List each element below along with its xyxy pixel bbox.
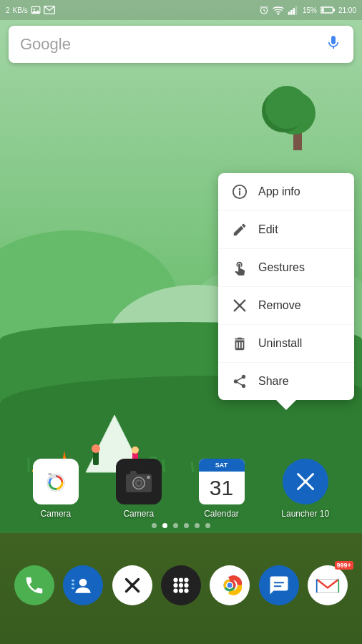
app-camera2[interactable]: Camera xyxy=(116,459,162,519)
svg-point-19 xyxy=(33,9,34,10)
page-dots xyxy=(0,523,362,528)
menu-label-share: Share xyxy=(258,375,289,388)
svg-rect-29 xyxy=(333,9,335,11)
messages-icon xyxy=(268,575,290,596)
dock-chrome[interactable] xyxy=(210,565,250,605)
x-launcher-icon xyxy=(120,573,145,597)
search-bar[interactable]: Google xyxy=(9,26,353,63)
dock-gmail[interactable]: 999+ xyxy=(308,565,348,605)
uninstall-icon xyxy=(230,333,250,353)
menu-label-remove: Remove xyxy=(258,299,301,312)
app-grid: Camera Camera SAT 31 Calendar xyxy=(0,459,362,519)
chrome-icon xyxy=(217,573,242,597)
alarm-icon xyxy=(259,5,269,15)
signal-icon xyxy=(288,5,299,15)
menu-item-uninstall[interactable]: Uninstall xyxy=(218,325,354,363)
svg-rect-46 xyxy=(130,471,137,475)
svg-point-62 xyxy=(173,582,177,587)
share-icon xyxy=(230,371,250,391)
svg-point-52 xyxy=(79,578,87,586)
menu-label-gestures: Gestures xyxy=(258,261,305,274)
battery-icon xyxy=(321,6,335,14)
status-bar: 2 KB/s xyxy=(0,0,362,20)
svg-point-73 xyxy=(228,582,233,587)
remove-icon xyxy=(230,296,250,316)
svg-point-23 xyxy=(278,13,280,15)
wifi-icon xyxy=(273,5,284,15)
launcher-label: Launcher 10 xyxy=(281,509,329,519)
dot-0[interactable] xyxy=(152,523,157,528)
svg-point-5 xyxy=(92,444,100,453)
data-speed: 2 xyxy=(6,6,10,14)
edit-icon xyxy=(230,220,250,240)
svg-rect-24 xyxy=(288,12,290,15)
svg-rect-30 xyxy=(321,8,323,11)
mic-icon[interactable] xyxy=(325,34,342,55)
phone-icon xyxy=(24,575,45,596)
svg-rect-54 xyxy=(72,583,74,585)
dock-contacts[interactable] xyxy=(63,565,103,605)
calendar-icon: SAT 31 xyxy=(199,459,245,504)
status-right: 15% 21:00 xyxy=(259,5,356,15)
data-unit: KB/s xyxy=(13,6,28,14)
dot-1[interactable] xyxy=(162,523,167,528)
tree xyxy=(276,86,319,150)
info-icon xyxy=(230,182,250,202)
status-left: 2 KB/s xyxy=(6,5,55,15)
dock-phone[interactable] xyxy=(14,565,54,605)
calendar-month: SAT xyxy=(199,459,245,472)
svg-rect-40 xyxy=(48,473,52,475)
camera1-label: Camera xyxy=(41,509,72,519)
svg-rect-27 xyxy=(295,6,298,15)
svg-rect-53 xyxy=(72,580,74,582)
camera2-icon xyxy=(116,459,162,504)
gestures-icon xyxy=(230,258,250,278)
svg-rect-26 xyxy=(293,8,295,14)
app-launcher[interactable]: Launcher 10 xyxy=(281,459,329,519)
svg-rect-25 xyxy=(290,10,293,15)
app-calendar[interactable]: SAT 31 Calendar xyxy=(199,459,245,519)
svg-point-63 xyxy=(179,582,183,587)
svg-point-65 xyxy=(173,588,177,592)
svg-point-67 xyxy=(184,588,188,592)
svg-point-60 xyxy=(179,577,183,582)
dot-3[interactable] xyxy=(184,523,189,528)
screenshot-icon xyxy=(31,5,41,15)
menu-label-app-info: App info xyxy=(258,185,300,198)
time: 21:00 xyxy=(338,6,356,14)
svg-rect-55 xyxy=(72,587,74,589)
launcher-icon xyxy=(283,459,328,504)
svg-point-47 xyxy=(147,476,150,479)
dot-5[interactable] xyxy=(205,523,210,528)
svg-point-66 xyxy=(179,588,183,592)
svg-point-61 xyxy=(184,577,188,582)
dock-messages[interactable] xyxy=(259,565,299,605)
menu-item-app-info[interactable]: App info xyxy=(218,173,354,211)
battery-percent: 15% xyxy=(303,6,317,14)
svg-point-64 xyxy=(184,582,188,587)
svg-point-7 xyxy=(132,447,139,454)
calendar-number: 31 xyxy=(210,472,233,504)
contacts-icon xyxy=(72,574,94,597)
svg-point-59 xyxy=(173,577,177,582)
menu-item-share[interactable]: Share xyxy=(218,363,354,400)
menu-item-edit[interactable]: Edit xyxy=(218,211,354,249)
menu-label-uninstall: Uninstall xyxy=(258,337,302,350)
dock-x-launcher[interactable] xyxy=(112,565,152,605)
context-menu: App info Edit Gestures Remove xyxy=(218,173,354,400)
dock-grid[interactable] xyxy=(161,565,201,605)
menu-label-edit: Edit xyxy=(258,223,278,236)
email-icon xyxy=(44,6,55,14)
svg-rect-74 xyxy=(315,575,340,595)
dot-4[interactable] xyxy=(195,523,200,528)
gmail-icon xyxy=(315,575,340,595)
menu-item-gestures[interactable]: Gestures xyxy=(218,249,354,287)
camera2-label: Camera xyxy=(123,509,154,519)
app-camera1[interactable]: Camera xyxy=(33,459,79,519)
menu-item-remove[interactable]: Remove xyxy=(218,287,354,325)
dot-2[interactable] xyxy=(173,523,178,528)
bottom-dock: 999+ xyxy=(0,533,362,644)
grid-icon xyxy=(170,575,192,596)
svg-rect-36 xyxy=(39,464,73,499)
svg-point-45 xyxy=(137,481,141,485)
